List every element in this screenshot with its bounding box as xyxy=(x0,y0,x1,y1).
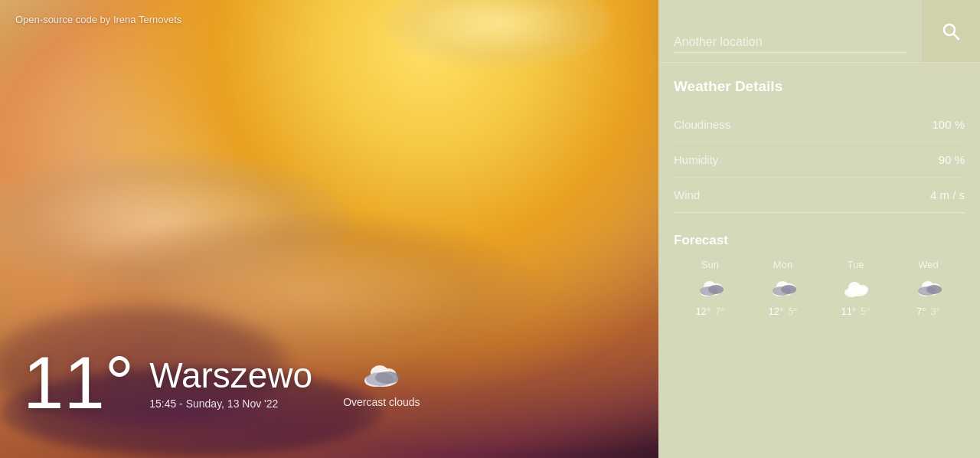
attribution-text: Open-source code by Irena Ternovets xyxy=(15,14,181,25)
wed-high: 7° xyxy=(916,306,926,317)
search-button[interactable] xyxy=(922,0,980,62)
sun-low: 7° xyxy=(715,306,724,317)
tue-temps: 11° 5° xyxy=(841,306,870,317)
day-tue-label: Tue xyxy=(848,259,864,270)
forecast-day-sun: Sun 12° 7° xyxy=(674,259,746,317)
humidity-value: 90 % xyxy=(939,153,965,166)
mon-low: 5° xyxy=(788,306,797,317)
svg-point-19 xyxy=(773,286,791,296)
details-title: Weather Details xyxy=(674,78,965,95)
location-search-input[interactable] xyxy=(674,35,906,53)
tue-high: 11° xyxy=(841,306,856,317)
right-panel: Weather Details Cloudiness 100 % Humidit… xyxy=(658,0,980,458)
forecast-day-tue: Tue 11° 5° xyxy=(819,259,892,317)
search-icon xyxy=(940,21,962,42)
mon-temps: 12° 5° xyxy=(768,306,797,317)
city-name: Warszewo xyxy=(149,356,312,395)
forecast-grid: Sun 12° 7° Mon xyxy=(674,259,965,317)
day-sun-label: Sun xyxy=(701,259,719,270)
forecast-day-mon: Mon 12° 5° xyxy=(746,259,819,317)
cloudiness-row: Cloudiness 100 % xyxy=(674,107,965,142)
attribution-label: Open-source code by Irena Ternovets xyxy=(15,14,181,25)
search-area xyxy=(658,0,980,63)
wind-value: 4 m / s xyxy=(930,188,965,201)
cloudiness-label: Cloudiness xyxy=(674,118,730,131)
weather-details-section: Weather Details Cloudiness 100 % Humidit… xyxy=(658,63,980,221)
weather-main-info: 11° Warszewo 15:45 - Sunday, 13 Nov '22 … xyxy=(23,346,420,420)
forecast-title: Forecast xyxy=(674,233,965,248)
forecast-day-wed: Wed 7° 3° xyxy=(892,259,965,317)
svg-point-13 xyxy=(700,286,718,296)
wed-cloud-icon xyxy=(913,276,944,299)
day-mon-label: Mon xyxy=(773,259,792,270)
weather-background: Open-source code by Irena Ternovets 11° … xyxy=(0,0,658,458)
wed-temps: 7° 3° xyxy=(916,306,940,317)
humidity-row: Humidity 90 % xyxy=(674,142,965,178)
mon-cloud-icon xyxy=(768,276,799,299)
temperature-display: 11° xyxy=(23,346,134,420)
wind-row: Wind 4 m / s xyxy=(674,178,965,213)
sun-temps: 12° 7° xyxy=(695,306,724,317)
cloudiness-value: 100 % xyxy=(932,118,965,131)
svg-point-5 xyxy=(366,372,394,386)
overcast-cloud-icon xyxy=(358,358,404,391)
sun-high: 12° xyxy=(695,306,710,317)
svg-point-23 xyxy=(856,285,868,294)
humidity-label: Humidity xyxy=(674,153,718,166)
wind-label: Wind xyxy=(674,188,700,201)
tue-cloud-icon xyxy=(841,276,871,299)
date-time: 15:45 - Sunday, 13 Nov '22 xyxy=(149,397,312,410)
svg-point-29 xyxy=(918,286,936,296)
weather-condition-label: Overcast clouds xyxy=(343,396,420,408)
location-info: Warszewo 15:45 - Sunday, 13 Nov '22 xyxy=(149,356,312,411)
svg-line-7 xyxy=(954,34,959,39)
wed-low: 3° xyxy=(931,306,940,317)
forecast-section: Forecast Sun 12° 7° xyxy=(658,221,980,325)
tue-low: 5° xyxy=(861,306,870,317)
day-wed-label: Wed xyxy=(918,259,939,270)
weather-icon-area: Overcast clouds xyxy=(343,358,420,408)
mon-high: 12° xyxy=(768,306,783,317)
sun-cloud-icon xyxy=(695,276,726,299)
search-input-container xyxy=(658,0,922,62)
